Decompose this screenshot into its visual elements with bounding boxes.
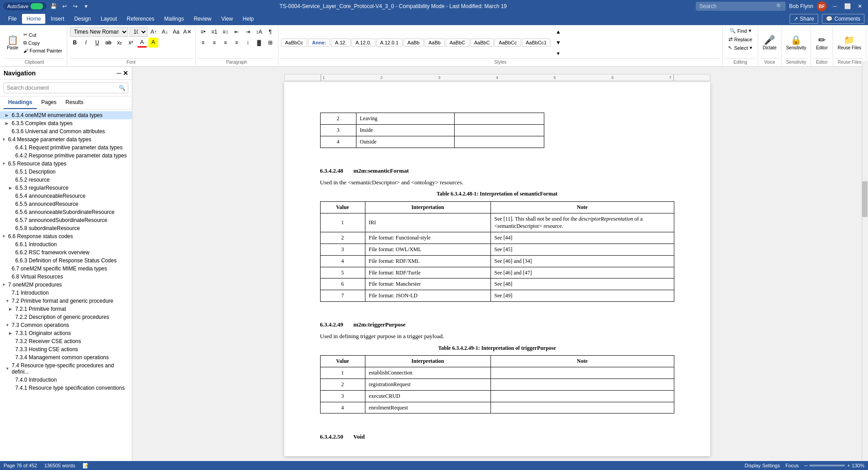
styles-more[interactable]: ▾ [553, 48, 563, 58]
tab-results[interactable]: Results [61, 96, 88, 109]
list-item[interactable]: 7.3.4 Management common operations [0, 353, 132, 361]
strikethrough-button[interactable]: ab [104, 38, 113, 48]
italic-button[interactable]: I [81, 38, 91, 48]
decrease-indent-button[interactable]: ⇤ [232, 27, 242, 37]
list-item[interactable]: 7.2.2 Description of generic procedures [0, 313, 132, 321]
list-item[interactable]: ▼ 7.2 Primitive format and generic proce… [0, 297, 132, 305]
save-icon[interactable]: 💾 [49, 2, 58, 11]
user-avatar[interactable]: BF [817, 1, 827, 11]
list-item[interactable]: 6.5.2 resource [0, 176, 132, 184]
list-item[interactable]: 6.5.6 announceableSubordinateResource [0, 208, 132, 216]
change-case-button[interactable]: Aa [171, 27, 181, 37]
style-aabb1[interactable]: AaBb [404, 39, 424, 47]
menu-review[interactable]: Review [189, 14, 216, 24]
shrink-font-button[interactable]: A↓ [160, 27, 170, 37]
list-item[interactable]: 6.5.1 Description [0, 168, 132, 176]
menu-design[interactable]: Design [69, 14, 95, 24]
undo-icon[interactable]: ↩ [60, 2, 69, 11]
style-aabbc1[interactable]: AaBbC [446, 39, 469, 47]
style-aabbc2[interactable]: AaBbC [470, 39, 494, 47]
list-item[interactable]: 6.4.1 Request primitive parameter data t… [0, 144, 132, 152]
more-icon[interactable]: ▾ [82, 2, 91, 11]
copy-button[interactable]: ⧉ Copy [22, 39, 64, 47]
list-item[interactable]: 6.7 oneM2M specific MIME media types [0, 265, 132, 273]
align-left-button[interactable]: ≡ [198, 38, 208, 48]
multilevel-button[interactable]: ≡↕ [221, 27, 230, 37]
list-item[interactable]: 6.5.4 announceableResource [0, 192, 132, 200]
list-item[interactable]: 7.4.0 Introduction [0, 376, 132, 384]
restore-icon[interactable]: ⬜ [843, 2, 852, 11]
dictate-button[interactable]: 🎤 Dictate [761, 30, 778, 55]
menu-help[interactable]: Help [238, 14, 258, 24]
list-item[interactable]: 6.6.3 Definition of Response Status Code… [0, 257, 132, 265]
list-item[interactable]: 6.5.8 subordinateResource [0, 224, 132, 232]
sensitivity-button[interactable]: 🔒 Sensitivity [784, 30, 808, 55]
list-item[interactable]: ▶ 7.3.1 Originator actions [0, 329, 132, 337]
find-dropdown[interactable]: ▾ [749, 28, 751, 34]
tab-pages[interactable]: Pages [37, 96, 61, 109]
list-item[interactable]: 7.4.1 Resource type specification conven… [0, 384, 132, 392]
align-center-button[interactable]: ≡ [209, 38, 219, 48]
list-item[interactable]: 7.3.3 Hosting CSE actions [0, 345, 132, 353]
list-item[interactable]: 7.3.2 Receiver CSE actions [0, 337, 132, 345]
redo-icon[interactable]: ↪ [71, 2, 80, 11]
cut-button[interactable]: ✂ Cut [22, 31, 64, 39]
autosave-badge[interactable]: AutoSave [4, 2, 47, 10]
font-family-select[interactable]: Times New Roman [70, 27, 128, 37]
list-item[interactable]: ▼ 7 oneM2M procedures [0, 281, 132, 289]
title-search-input[interactable] [696, 2, 786, 11]
zoom-slider[interactable] [809, 465, 845, 466]
menu-layout[interactable]: Layout [96, 14, 122, 24]
underline-button[interactable]: U [92, 38, 102, 48]
show-marks-button[interactable]: ¶ [265, 27, 275, 37]
highlight-button[interactable]: A [148, 38, 158, 48]
sort-button[interactable]: ↕A [254, 27, 264, 37]
numbering-button[interactable]: ≡1 [209, 27, 219, 37]
reuse-files-button[interactable]: 📁 Reuse Files [836, 30, 863, 55]
list-item[interactable]: ▼ 6.6 Response status codes [0, 232, 132, 240]
styles-scroll-up[interactable]: ▲ [553, 27, 563, 37]
close-icon[interactable]: ✕ [855, 2, 864, 11]
shading-button[interactable]: ▓ [254, 38, 264, 48]
bold-button[interactable]: B [70, 38, 80, 48]
scrollbar-thumb[interactable] [862, 181, 868, 217]
style-aabb2[interactable]: AaBb [425, 39, 445, 47]
increase-indent-button[interactable]: ⇥ [243, 27, 253, 37]
style-annex2[interactable]: A.12.0. [352, 39, 375, 47]
font-size-select[interactable]: 10 [130, 27, 148, 37]
list-item[interactable]: ▼ 6.5 Resource data types [0, 160, 132, 168]
tab-headings[interactable]: Headings [4, 96, 37, 109]
autosave-toggle[interactable] [30, 3, 43, 9]
replace-button[interactable]: ⇄ Replace [726, 35, 755, 43]
borders-button[interactable]: ⊞ [265, 38, 275, 48]
menu-file[interactable]: File [4, 14, 21, 24]
format-painter-button[interactable]: 🖌 Format Painter [22, 47, 64, 54]
style-annex1[interactable]: A.12. [331, 39, 351, 47]
list-item[interactable]: 6.5.5 announcedResource [0, 200, 132, 208]
bullets-button[interactable]: ≡• [198, 27, 208, 37]
zoom-out-button[interactable]: ─ [804, 463, 808, 468]
comments-button[interactable]: 💬 Comments [822, 14, 864, 24]
style-aabbcc2[interactable]: AaBbCc1 [522, 39, 551, 47]
nav-close-icon[interactable]: ✕ [123, 70, 128, 77]
list-item[interactable]: 6.8 Virtual Resources [0, 273, 132, 281]
subscript-button[interactable]: x₂ [115, 38, 125, 48]
align-right-button[interactable]: ≡ [221, 38, 230, 48]
menu-references[interactable]: References [122, 14, 159, 24]
zoom-in-button[interactable]: + [847, 463, 850, 468]
justify-button[interactable]: ≡ [232, 38, 242, 48]
superscript-button[interactable]: x² [126, 38, 136, 48]
zoom-level[interactable]: 130% [852, 463, 864, 468]
style-normal[interactable]: AaBbCc [281, 39, 307, 47]
share-button[interactable]: ↗ Share [790, 14, 818, 24]
style-annex3[interactable]: A.12.0.1 [376, 39, 403, 47]
editor-button[interactable]: ✏ Editor [814, 30, 830, 55]
select-button[interactable]: ↖ Select ▾ [725, 44, 755, 52]
find-button[interactable]: 🔍 Find ▾ [727, 27, 754, 35]
list-item[interactable]: 7.1 Introduction [0, 289, 132, 297]
styles-scroll-down[interactable]: ▼ [553, 38, 563, 48]
search-input[interactable] [4, 83, 128, 93]
nav-collapse-icon[interactable]: ─ [117, 70, 121, 77]
grow-font-button[interactable]: A↑ [149, 27, 159, 37]
list-item[interactable]: ▶ 7.2.1 Primitive format [0, 305, 132, 313]
